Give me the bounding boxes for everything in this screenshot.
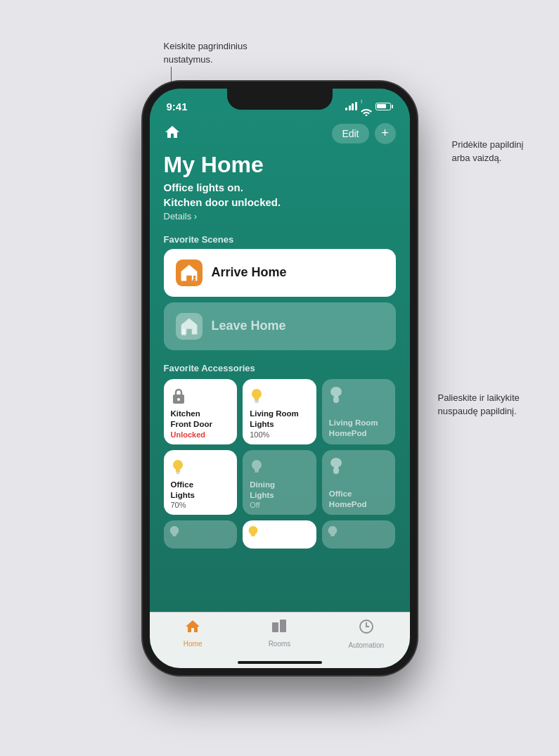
- arrive-home-scene[interactable]: Arrive Home: [164, 249, 396, 297]
- accessories-grid: KitchenFront Door Unlocked Living: [150, 379, 410, 515]
- lock-icon: [171, 386, 231, 406]
- leave-home-icon: [175, 312, 203, 340]
- arrive-home-label: Arrive Home: [212, 265, 287, 280]
- home-tab-icon: [184, 618, 201, 638]
- nav-bar: Edit +: [150, 119, 410, 150]
- office-homepod-name: OfficeHomePod: [329, 489, 389, 510]
- office-homepod-icon: [329, 457, 389, 477]
- edit-button[interactable]: Edit: [332, 124, 368, 143]
- living-homepod-tile[interactable]: Living RoomHomePod: [322, 379, 396, 444]
- office-lights-status: 70%: [171, 501, 231, 509]
- svg-point-8: [330, 387, 342, 397]
- svg-rect-6: [255, 400, 259, 402]
- svg-rect-15: [272, 622, 278, 632]
- bottom-tile-2[interactable]: [243, 520, 316, 549]
- notch: [227, 89, 333, 110]
- right-add-annotation: Pridėkite papildinį arba vaizdą.: [452, 138, 560, 165]
- living-lights-tile[interactable]: Living RoomLights 100%: [243, 379, 316, 444]
- leave-home-scene[interactable]: Leave Home: [164, 302, 396, 350]
- battery-icon: [375, 103, 393, 110]
- status-icons: ᵎ: [345, 97, 393, 116]
- rooms-tab-icon: [271, 618, 288, 638]
- living-homepod-name: Living RoomHomePod: [329, 418, 389, 439]
- bulb-on-icon: [250, 386, 309, 406]
- status-text: Office lights on. Kitchen door unlocked.: [164, 180, 396, 210]
- office-lights-name: OfficeLights: [171, 480, 231, 501]
- svg-rect-14: [333, 467, 339, 474]
- leave-home-label: Leave Home: [212, 319, 286, 333]
- living-lights-status: 100%: [250, 430, 309, 439]
- status-time: 9:41: [167, 101, 188, 113]
- svg-rect-7: [255, 402, 259, 403]
- tab-bar: Home Rooms: [150, 612, 410, 668]
- svg-point-5: [177, 398, 180, 401]
- arrive-home-icon: [175, 259, 203, 287]
- automation-tab-label: Automation: [349, 641, 385, 649]
- homepod-icon: [329, 386, 389, 406]
- home-nav-icon: [164, 124, 181, 143]
- dining-lights-status: Off: [250, 501, 309, 509]
- kitchen-door-tile[interactable]: KitchenFront Door Unlocked: [164, 379, 238, 444]
- svg-point-1: [193, 275, 195, 278]
- svg-rect-10: [176, 471, 180, 473]
- signal-icon: [345, 102, 357, 110]
- scenes-section-label: Favorite Scenes: [150, 227, 410, 249]
- tab-rooms[interactable]: Rooms: [236, 618, 323, 648]
- dining-lights-tile[interactable]: DiningLights Off: [243, 450, 316, 515]
- living-lights-name: Living RoomLights: [250, 409, 309, 430]
- office-lights-tile[interactable]: OfficeLights 70%: [164, 450, 238, 515]
- tab-home[interactable]: Home: [150, 618, 236, 648]
- svg-rect-16: [280, 620, 286, 632]
- phone-screen: 9:41 ᵎ: [150, 89, 410, 668]
- dining-lights-name: DiningLights: [250, 480, 309, 501]
- svg-point-13: [330, 458, 342, 468]
- rooms-tab-label: Rooms: [269, 640, 291, 648]
- kitchen-door-status: Unlocked: [171, 430, 231, 439]
- kitchen-door-name: KitchenFront Door: [171, 409, 231, 430]
- page-title: My Home: [164, 153, 396, 177]
- accessories-section-label: Favorite Accessories: [150, 356, 410, 378]
- nav-actions: Edit +: [332, 123, 395, 144]
- svg-point-3: [182, 328, 185, 331]
- office-bulb-icon: [171, 457, 231, 477]
- add-button[interactable]: +: [375, 123, 396, 144]
- svg-rect-9: [333, 396, 339, 403]
- svg-rect-12: [255, 471, 259, 473]
- svg-rect-11: [176, 473, 179, 474]
- home-tab-label: Home: [184, 640, 203, 648]
- dining-bulb-icon: [250, 457, 309, 477]
- bottom-tile-1[interactable]: [164, 520, 238, 549]
- office-homepod-tile[interactable]: OfficeHomePod: [322, 450, 396, 515]
- top-annotation: Keiskite pagrindinius nustatymus.: [164, 39, 276, 67]
- header-section: My Home Office lights on. Kitchen door u…: [150, 150, 410, 227]
- automation-tab-icon: [358, 618, 375, 639]
- tab-automation[interactable]: Automation: [323, 618, 409, 649]
- bottom-tile-3[interactable]: [322, 520, 396, 549]
- phone-frame: 9:41 ᵎ: [143, 82, 417, 675]
- wifi-icon: ᵎ: [361, 97, 372, 116]
- bottom-right-annotation: Palieskite ir laikykite nuspaudę papildi…: [438, 391, 560, 418]
- details-link[interactable]: Details ›: [164, 211, 396, 222]
- home-indicator: [238, 661, 322, 664]
- bottom-tiles: [150, 515, 410, 549]
